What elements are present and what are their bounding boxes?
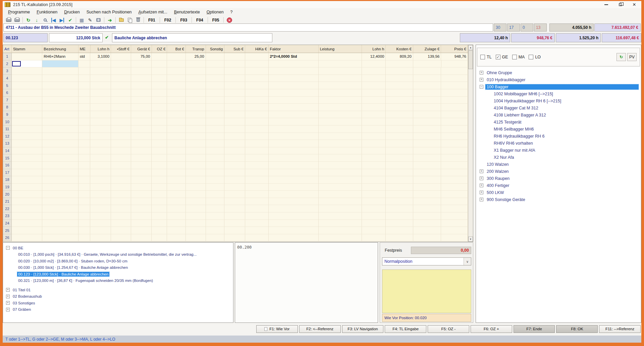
grid-cell[interactable] (90, 133, 111, 140)
grid-cell[interactable] (111, 147, 131, 155)
grid-cell[interactable] (386, 176, 413, 184)
grid-cell[interactable] (441, 111, 468, 118)
row-number[interactable]: 15 (3, 154, 12, 162)
grid-cell[interactable] (362, 126, 386, 133)
grid-cell[interactable] (362, 234, 386, 242)
grid-cell[interactable] (206, 198, 225, 205)
grid-cell[interactable] (131, 234, 152, 242)
grid-cell[interactable] (152, 184, 167, 191)
grid-cell[interactable] (206, 97, 225, 104)
grid-cell[interactable] (319, 234, 362, 242)
grid-cell[interactable] (269, 118, 319, 126)
grid-cell[interactable] (186, 169, 206, 177)
grid-cell[interactable] (111, 198, 131, 205)
grid-cell[interactable] (42, 212, 78, 220)
grid-cell[interactable] (413, 104, 441, 111)
grid-cell[interactable] (245, 53, 269, 60)
grid-cell[interactable] (319, 212, 362, 220)
grid-cell[interactable] (78, 111, 91, 118)
row-number[interactable]: 12 (3, 133, 12, 140)
grid-cell[interactable] (78, 140, 91, 147)
grid-cell[interactable] (186, 118, 206, 126)
grid-cell[interactable] (111, 191, 131, 198)
grid-cell[interactable] (224, 67, 245, 75)
grid-cell[interactable] (111, 89, 131, 97)
grid-cell[interactable] (269, 198, 319, 205)
grid-cell[interactable] (245, 126, 269, 133)
grid-cell[interactable] (245, 133, 269, 140)
grid-cell[interactable] (362, 75, 386, 82)
grid-cell[interactable] (42, 234, 78, 242)
plus-expander-icon[interactable]: + (480, 71, 483, 75)
grid-cell[interactable] (42, 147, 78, 155)
grid-cell[interactable] (78, 118, 91, 126)
machine-tree-item[interactable]: +900 Sonstige Geräte (477, 196, 640, 203)
row-number[interactable]: 19 (3, 184, 12, 191)
grid-cell[interactable] (386, 118, 413, 126)
grid-cell[interactable] (131, 140, 152, 147)
delete-icon[interactable] (134, 17, 142, 23)
minimize-button[interactable] (599, 1, 613, 8)
grid-cell[interactable] (167, 97, 186, 104)
grid-cell[interactable] (224, 89, 245, 97)
grid-cell[interactable] (78, 89, 91, 97)
checkbox-tl[interactable] (480, 55, 485, 59)
close-button[interactable] (627, 1, 641, 8)
grid-cell[interactable] (224, 227, 245, 234)
grid-cell[interactable] (319, 97, 362, 104)
grid-cell[interactable] (413, 154, 441, 162)
grid-cell[interactable] (78, 198, 91, 205)
grid-cell[interactable] (167, 162, 186, 169)
grid-cell[interactable] (269, 162, 319, 169)
grid-cell[interactable] (386, 234, 413, 242)
grid-cell[interactable] (413, 97, 441, 104)
grid-cell[interactable] (224, 140, 245, 147)
grid-cell[interactable] (12, 118, 42, 126)
grid-cell[interactable] (245, 111, 269, 118)
copy-icon[interactable] (126, 17, 133, 23)
grid-cell[interactable] (90, 234, 111, 242)
grid-cell[interactable] (131, 154, 152, 162)
grid-cell[interactable] (42, 75, 78, 82)
menu-optionen[interactable]: Optionen (203, 9, 227, 15)
refresh-icon[interactable]: ↻ (24, 17, 32, 23)
grid-cell[interactable] (269, 89, 319, 97)
grid-cell[interactable] (224, 162, 245, 169)
grid-cell[interactable] (78, 184, 91, 191)
grid-cell[interactable] (167, 205, 186, 212)
grid-cell[interactable] (362, 118, 386, 126)
plus-expander-icon[interactable]: + (480, 191, 483, 194)
grid-cell[interactable] (362, 147, 386, 155)
minus-expander-icon[interactable]: − (6, 246, 10, 250)
grid-cell[interactable] (186, 104, 206, 111)
grid-cell[interactable] (186, 154, 206, 162)
grid-cell[interactable] (224, 53, 245, 60)
lv-tree-item[interactable]: 00.321 · [123,000 m] · [36,87 €] · Fugen… (3, 278, 233, 284)
menu-aufsetzen-mit[interactable]: Aufsetzen mit... (135, 9, 171, 15)
grid-cell[interactable] (245, 104, 269, 111)
grid-cell[interactable] (413, 162, 441, 169)
grid-cell[interactable] (152, 147, 167, 155)
grid-cell[interactable] (362, 89, 386, 97)
grid-cell[interactable] (12, 220, 42, 227)
grid-cell[interactable] (362, 184, 386, 191)
grid-cell[interactable] (90, 205, 111, 212)
position-type-dropdown[interactable]: Normalposition (382, 257, 471, 265)
grid-cell[interactable] (386, 147, 413, 155)
row-number[interactable]: 6 (3, 89, 12, 97)
grid-cell[interactable] (319, 198, 362, 205)
grid-cell[interactable] (362, 198, 386, 205)
row-number[interactable]: 22 (3, 205, 12, 212)
lv-tree-item[interactable]: +07 Gräben (3, 306, 233, 313)
machine-tree-item[interactable]: RH6V RH6 vorhalten (477, 140, 640, 147)
grid-cell[interactable] (131, 162, 152, 169)
grid-cell[interactable] (42, 133, 78, 140)
chevron-down-icon[interactable] (464, 258, 471, 265)
grid-cell[interactable] (167, 147, 186, 155)
restore-button[interactable] (613, 1, 627, 8)
grid-cell[interactable] (152, 176, 167, 184)
grid-cell[interactable] (441, 212, 468, 220)
machine-tree-item[interactable]: +010 Hydraulikbagger (477, 76, 640, 83)
grid-cell[interactable] (441, 147, 468, 155)
grid-cell[interactable] (78, 176, 91, 184)
